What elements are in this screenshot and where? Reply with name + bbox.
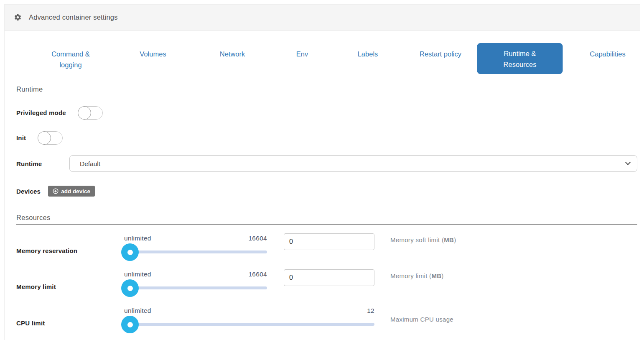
tab-capabilities[interactable]: Capabilities [590,43,625,59]
tab-runtime-resources[interactable]: Runtime & Resources [477,43,563,74]
slider-handle-dot [127,286,133,291]
toggle-knob [78,106,91,120]
tab-volumes[interactable]: Volumes [140,43,166,59]
init-toggle[interactable] [38,131,63,145]
memory-limit-description: Memory limit (MB) [390,272,444,279]
slider-max-label: 16604 [248,271,267,278]
memory-limit-input[interactable] [284,269,374,286]
plus-circle-icon [53,188,59,194]
tab-command-logging[interactable]: Command & logging [51,43,90,70]
runtime-label: Runtime [16,160,69,167]
init-label: Init [16,134,26,141]
cpu-limit-row: CPU limit unlimited 12 Maximum CPU usage [16,303,637,340]
cpu-limit-description: Maximum CPU usage [390,316,453,323]
privileged-mode-row: Privileged mode [16,106,637,120]
privileged-mode-toggle[interactable] [78,106,103,120]
slider-min-label: unlimited [124,307,151,314]
tab-network[interactable]: Network [220,43,245,59]
slider-handle-dot [127,250,133,255]
tab-env[interactable]: Env [296,43,308,59]
cpu-limit-slider[interactable] [124,323,374,326]
memory-reservation-input[interactable] [284,233,374,250]
slider-handle[interactable] [121,316,139,333]
slider-min-label: unlimited [124,235,151,242]
add-device-button[interactable]: add device [48,186,95,197]
tab-labels[interactable]: Labels [358,43,378,59]
memory-reservation-slider[interactable] [124,251,267,253]
memory-reservation-label: Memory reservation [16,247,77,254]
init-row: Init [16,131,637,145]
resources-section-title: Resources [16,214,637,225]
slider-max-label: 16604 [248,235,267,242]
runtime-row: Runtime Default [16,155,637,172]
runtime-section-title: Runtime [16,85,637,96]
devices-row: Devices add device [16,186,637,197]
memory-limit-row: Memory limit unlimited 16604 Memory limi… [16,267,637,303]
add-device-label: add device [61,188,90,194]
slider-handle[interactable] [121,279,139,297]
memory-reservation-row: Memory reservation unlimited 16604 Memor… [16,231,637,267]
toggle-knob [38,131,51,145]
privileged-mode-label: Privileged mode [16,109,66,116]
memory-limit-label: Memory limit [16,283,56,290]
cpu-limit-label: CPU limit [16,320,45,327]
settings-tabs: Command & logging Volumes Network Env La… [16,43,637,74]
slider-max-label: 12 [367,307,374,314]
memory-limit-slider[interactable] [124,286,267,289]
runtime-select[interactable]: Default [69,155,637,172]
tab-restart-policy[interactable]: Restart policy [420,43,461,59]
slider-handle-dot [127,322,133,327]
panel-title: Advanced container settings [29,13,118,21]
memory-reservation-description: Memory soft limit (MB) [390,236,456,243]
slider-min-label: unlimited [124,271,151,278]
slider-handle[interactable] [121,243,139,261]
gear-icon [14,13,22,21]
advanced-container-settings-panel: Advanced container settings Command & lo… [4,4,640,340]
panel-header: Advanced container settings [5,5,640,31]
devices-label: Devices [16,188,41,195]
